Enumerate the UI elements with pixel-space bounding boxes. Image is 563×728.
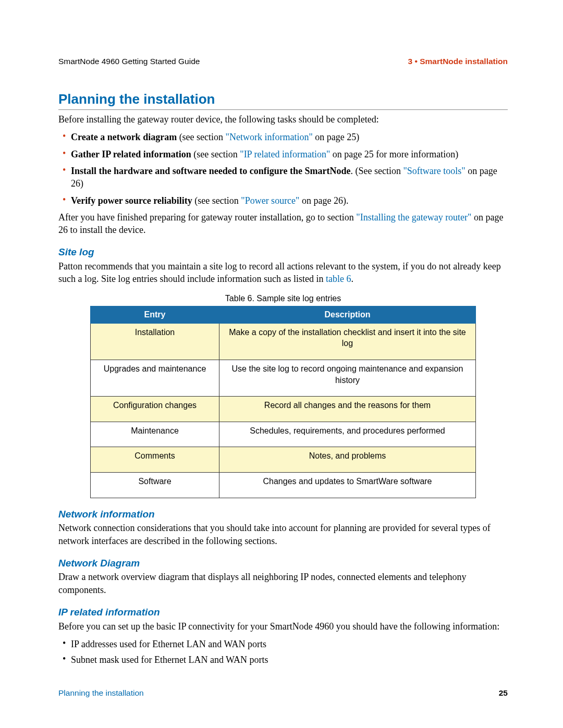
item-tail: on page 25) bbox=[313, 132, 359, 142]
col-entry: Entry bbox=[91, 306, 219, 324]
page: SmartNode 4960 Getting Started Guide 3 •… bbox=[0, 0, 563, 728]
footer-left: Planning the installation bbox=[58, 688, 144, 699]
cell-desc: Use the site log to record ongoing maint… bbox=[219, 360, 476, 397]
table-row: Maintenance Schedules, requirements, and… bbox=[91, 422, 476, 447]
list-item: Verify power source reliability (see sec… bbox=[58, 194, 508, 207]
cell-entry: Configuration changes bbox=[91, 397, 219, 422]
item-mid: (see section bbox=[192, 195, 241, 206]
cell-desc: Make a copy of the installation checklis… bbox=[219, 323, 476, 360]
cell-desc: Notes, and problems bbox=[219, 447, 476, 473]
cell-entry: Maintenance bbox=[91, 422, 219, 447]
site-log-body-pre: Patton recommends that you maintain a si… bbox=[58, 261, 501, 284]
site-log-body: Patton recommends that you maintain a si… bbox=[58, 260, 508, 286]
site-log-table: Entry Description Installation Make a co… bbox=[90, 306, 476, 498]
table-row: Software Changes and updates to SmartWar… bbox=[91, 472, 476, 498]
cell-desc: Schedules, requirements, and procedures … bbox=[219, 422, 476, 447]
after-link[interactable]: "Installing the gateway router" bbox=[356, 212, 471, 223]
item-mid: . (See section bbox=[350, 166, 403, 176]
item-link[interactable]: "IP related information" bbox=[240, 149, 330, 159]
item-bold: Gather IP related information bbox=[71, 149, 191, 159]
list-item: IP addresses used for Ethernet LAN and W… bbox=[58, 638, 508, 650]
table-row: Configuration changes Record all changes… bbox=[91, 397, 476, 422]
header-right: 3 • SmartNode installation bbox=[408, 56, 508, 67]
header-left: SmartNode 4960 Getting Started Guide bbox=[58, 56, 200, 67]
item-tail: on page 25 for more information) bbox=[330, 149, 458, 159]
item-bold: Create a network diagram bbox=[71, 132, 177, 142]
page-title: Planning the installation bbox=[58, 90, 508, 108]
site-log-body-post: . bbox=[351, 274, 353, 284]
table-row: Upgrades and maintenance Use the site lo… bbox=[91, 360, 476, 397]
item-link[interactable]: "Power source" bbox=[241, 195, 299, 206]
table-header-row: Entry Description bbox=[91, 306, 476, 324]
item-mid: (see section bbox=[177, 132, 225, 142]
footer-page-number: 25 bbox=[499, 688, 508, 699]
table-row: Installation Make a copy of the installa… bbox=[91, 323, 476, 360]
item-bold: Verify power source reliability bbox=[71, 195, 192, 206]
list-item: Subnet mask used for Ethernet LAN and WA… bbox=[58, 653, 508, 666]
cell-entry: Software bbox=[91, 472, 219, 498]
after-paragraph: After you have finished preparing for ga… bbox=[58, 211, 508, 237]
item-tail: on page 26). bbox=[299, 195, 348, 206]
network-info-body: Network connection considerations that y… bbox=[58, 522, 508, 547]
ip-info-body: Before you can set up the basic IP conne… bbox=[58, 620, 508, 633]
list-item: Create a network diagram (see section "N… bbox=[58, 131, 508, 143]
task-list: Create a network diagram (see section "N… bbox=[58, 131, 508, 206]
item-bold: Install the hardware and software needed… bbox=[71, 166, 350, 176]
site-log-body-link[interactable]: table 6 bbox=[326, 274, 351, 284]
ip-info-list: IP addresses used for Ethernet LAN and W… bbox=[58, 638, 508, 667]
site-log-heading: Site log bbox=[58, 245, 508, 259]
cell-entry: Comments bbox=[91, 447, 219, 473]
cell-desc: Changes and updates to SmartWare softwar… bbox=[219, 472, 476, 498]
table-row: Comments Notes, and problems bbox=[91, 447, 476, 473]
page-header: SmartNode 4960 Getting Started Guide 3 •… bbox=[58, 56, 508, 67]
list-item: Gather IP related information (see secti… bbox=[58, 148, 508, 161]
item-link[interactable]: "Software tools" bbox=[403, 166, 465, 176]
network-diagram-heading: Network Diagram bbox=[58, 557, 508, 570]
network-diagram-body: Draw a network overview diagram that dis… bbox=[58, 571, 508, 596]
item-mid: (see section bbox=[191, 149, 240, 159]
list-item: Install the hardware and software needed… bbox=[58, 165, 508, 190]
col-description: Description bbox=[219, 306, 476, 324]
ip-info-heading: IP related information bbox=[58, 606, 508, 619]
title-rule bbox=[58, 109, 508, 110]
after-pre: After you have finished preparing for ga… bbox=[58, 212, 356, 223]
table-caption: Table 6. Sample site log entries bbox=[58, 293, 508, 304]
cell-entry: Upgrades and maintenance bbox=[91, 360, 219, 397]
cell-desc: Record all changes and the reasons for t… bbox=[219, 397, 476, 422]
page-footer: Planning the installation 25 bbox=[58, 688, 508, 699]
intro-paragraph: Before installing the gateway router dev… bbox=[58, 113, 508, 126]
item-link[interactable]: "Network information" bbox=[226, 132, 313, 142]
cell-entry: Installation bbox=[91, 323, 219, 360]
network-info-heading: Network information bbox=[58, 508, 508, 521]
